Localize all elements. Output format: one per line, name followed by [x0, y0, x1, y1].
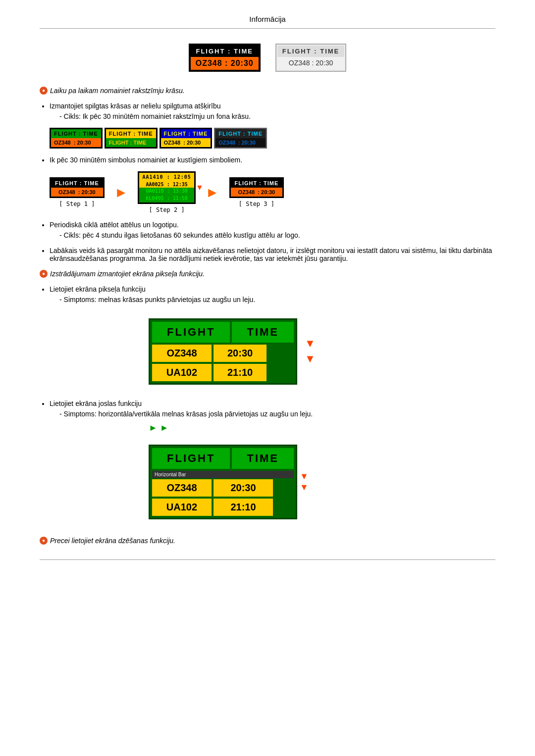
hbar-display-area: ► ► FLIGHT TIME Horizontal Bar: [149, 423, 495, 527]
bullet1-text: Izmantojiet spilgtas krāsas ar nelielu s…: [50, 102, 221, 110]
flight-panel-dark-header: FLIGHT : TIME: [191, 46, 259, 57]
hbar-arrow-down1: ▼: [300, 471, 309, 482]
page-header: Informācija: [40, 15, 495, 29]
bullet4-text: Labākais veids kā pasargāt monitoru no a…: [50, 247, 492, 262]
hbar-with-arrows: FLIGHT TIME Horizontal Bar OZ348 20:30: [149, 437, 495, 527]
ld-row2-time: 21:10: [214, 364, 267, 381]
subnote6-text: - Simptoms: horizontāla/vertikāla melnas…: [59, 410, 313, 418]
step1-label: [ Step 1 ]: [50, 201, 105, 207]
step3-panel-header: FLIGHT : TIME: [231, 179, 283, 188]
ld-data-row1: OZ348 20:30: [151, 344, 295, 363]
bullet-list-3: Periodiskā ciklā attēlot attēlus un logo…: [40, 221, 495, 239]
hb-row1-time: 20:30: [214, 479, 273, 497]
cycle-panel-4-data: OZ348 : 20:30: [215, 138, 266, 147]
bullet-list-1: Izmantojiet spilgtas krāsas ar nelielu s…: [40, 102, 495, 149]
hbar-side-arrows: ▼ ▼: [297, 471, 311, 493]
cycle-panel-4-header: FLIGHT : TIME: [215, 129, 266, 138]
hbar-arrow-down2: ▼: [300, 482, 309, 493]
cycle-panel-1: FLIGHT : TIME OZ348 : 20:30: [50, 128, 103, 149]
subnote1-text: - Cikls: Ik pēc 30 minūtēm nomainiet rak…: [59, 112, 251, 120]
step2-box: AA1410 : 12:05 AA0025 : 12:35 UA0110 : 1…: [138, 171, 195, 213]
hbar-display: FLIGHT TIME Horizontal Bar OZ348 20:30: [149, 445, 297, 519]
step3-panel-data: OZ348 : 20:30: [231, 188, 283, 197]
subnote3: - Cikls: pēc 4 stundu ilgas lietošanas 6…: [50, 231, 495, 239]
ld-header-flight: FLIGHT: [152, 322, 230, 343]
page-divider: [40, 559, 495, 560]
cycle-panel-3-header: FLIGHT : TIME: [161, 129, 211, 138]
step2-panel: AA1410 : 12:05 AA0025 : 12:35 UA0110 : 1…: [138, 171, 195, 204]
step-area: FLIGHT : TIME OZ348 : 20:30 [ Step 1 ] ►…: [50, 171, 495, 213]
note1-text: Laiku pa laikam nomainiet rakstzīmju krā…: [50, 87, 185, 95]
bullet-item-1: Izmantojiet spilgtas krāsas ar nelielu s…: [50, 102, 495, 149]
info-icon-3: ●: [40, 537, 48, 545]
info-icon-1: ●: [40, 87, 48, 95]
subnote1: - Cikls: Ik pēc 30 minūtēm nomainiet rak…: [50, 112, 495, 120]
step2-panel-row3: UA0110 : 13:30: [139, 188, 194, 194]
hb-header-time: TIME: [232, 448, 294, 469]
bullet6-text: Lietojiet ekrāna joslas funkciju: [50, 400, 142, 407]
bullet-item-2: Ik pēc 30 minūtēm simbolus nomainiet ar …: [50, 156, 495, 213]
cycle-panels: FLIGHT : TIME OZ348 : 20:30 FLIGHT : TIM…: [50, 128, 495, 149]
cycle-panel-1-data: OZ348 : 20:30: [51, 138, 101, 147]
ld-header-row: FLIGHT TIME: [151, 321, 295, 344]
bullet-item-4: Labākais veids kā pasargāt monitoru no a…: [50, 247, 495, 262]
bullet-list-6: Lietojiet ekrāna joslas funkciju - Simpt…: [40, 400, 495, 527]
step3-panel: FLIGHT : TIME OZ348 : 20:30: [229, 177, 284, 198]
subnote5-text: - Simptoms: melnas krāsas punkts pārviet…: [59, 296, 255, 303]
bullet5-text: Lietojiet ekrāna pikseļa funkciju: [50, 285, 146, 293]
step2-panel-row2: AA0025 : 12:35: [139, 181, 194, 188]
bullet-list-4: Labākais veids kā pasargāt monitoru no a…: [40, 247, 495, 262]
ld-row1-time: 20:30: [214, 345, 267, 362]
bullet3-text: Periodiskā ciklā attēlot attēlus un logo…: [50, 221, 179, 229]
small-arrow-2: ►: [160, 423, 169, 433]
arrow-1: ►: [114, 185, 128, 201]
hb-header-row: FLIGHT TIME: [151, 447, 295, 470]
ld-row1-flight: OZ348: [152, 345, 212, 362]
subnote3-text: - Cikls: pēc 4 stundu ilgas lietošanas 6…: [59, 231, 300, 239]
top-panels: FLIGHT : TIME OZ348 : 20:30 FLIGHT : TIM…: [40, 44, 495, 72]
hb-data-row1: OZ348 20:30: [151, 478, 295, 498]
hb-data-row2: UA102 21:10: [151, 498, 295, 517]
step3-box: FLIGHT : TIME OZ348 : 20:30 [ Step 3 ]: [229, 177, 284, 207]
small-arrow-1: ►: [149, 423, 158, 433]
hb-row2-flight: UA102: [152, 499, 212, 516]
note2-text: Izstrādājumam izmantojiet ekrāna pikseļa…: [50, 270, 205, 278]
flight-panel-light-data: OZ348 : 20:30: [277, 57, 345, 69]
ld-data-row2: UA102 21:10: [151, 363, 295, 382]
step2-panel-row4: KL0495 : 11:50: [139, 194, 194, 202]
note3-text: Precei lietojiet ekrāna dzēšanas funkcij…: [50, 537, 175, 545]
bullet-item-5: Lietojiet ekrāna pikseļa funkciju - Simp…: [50, 285, 495, 392]
hb-bar-row: Horizontal Bar: [152, 471, 294, 478]
bullet-list-2: Ik pēc 30 minūtēm simbolus nomainiet ar …: [40, 156, 495, 213]
large-display: FLIGHT TIME OZ348 20:30 UA102 21:10: [149, 318, 297, 385]
page-container: Informācija FLIGHT : TIME OZ348 : 20:30 …: [0, 0, 535, 575]
cycle-panel-2-data: FLIGHT : TIME: [106, 138, 156, 147]
info-icon-2: ●: [40, 270, 48, 278]
page-title: Informācija: [249, 15, 285, 23]
hb-row1-flight: OZ348: [152, 479, 212, 497]
hb-bar-label: Horizontal Bar: [155, 472, 186, 477]
cycle-panel-3: FLIGHT : TIME OZ348 : 20:30: [160, 128, 213, 149]
cycle-panel-4: FLIGHT : TIME OZ348 : 20:30: [214, 128, 267, 149]
bullet-item-3: Periodiskā ciklā attēlot attēlus un logo…: [50, 221, 495, 239]
hb-row2-time: 21:10: [214, 499, 273, 516]
arrow-2: ►: [206, 185, 219, 201]
step1-panel-header: FLIGHT : TIME: [51, 179, 103, 188]
note2: ● Izstrādājumam izmantojiet ekrāna pikse…: [40, 270, 495, 278]
ld-arrow-down2: ▼: [305, 352, 316, 367]
step2-label: [ Step 2 ]: [138, 206, 195, 213]
step2-side-arrow: ▼: [196, 183, 204, 192]
ld-arrow-down1: ▼: [305, 336, 316, 352]
flight-panel-dark-data: OZ348 : 20:30: [191, 57, 259, 70]
ld-row2-flight: UA102: [152, 364, 212, 381]
subnote5: - Simptoms: melnas krāsas punkts pārviet…: [50, 296, 495, 303]
subnote6: - Simptoms: horizontāla/vertikāla melnas…: [50, 410, 495, 418]
hb-header-flight: FLIGHT: [152, 448, 230, 469]
bullet-list-5: Lietojiet ekrāna pikseļa funkciju - Simp…: [40, 285, 495, 392]
large-display-area: FLIGHT TIME OZ348 20:30 UA102 21:10: [50, 311, 495, 392]
ld-arrows: ▼ ▼: [302, 336, 318, 367]
flight-panel-dark: FLIGHT : TIME OZ348 : 20:30: [189, 44, 261, 72]
cycle-panel-2-header: FLIGHT : TIME: [106, 129, 156, 138]
step1-panel: FLIGHT : TIME OZ348 : 20:30: [50, 177, 105, 198]
small-arrows-row: ► ►: [149, 423, 495, 433]
